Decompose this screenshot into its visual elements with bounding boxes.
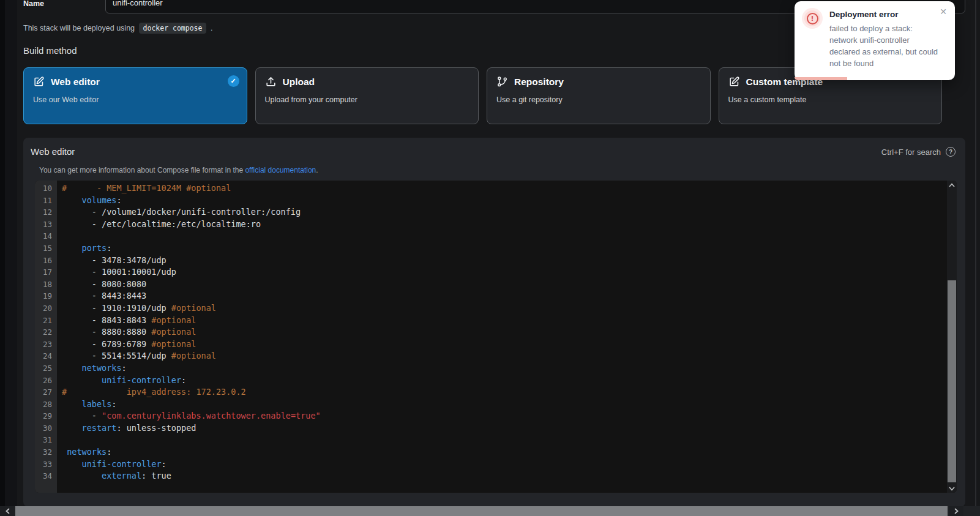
code-line-16: - 3478:3478/udp xyxy=(62,255,947,267)
build-method-heading: Build method xyxy=(23,45,77,56)
compose-info-prefix: You can get more information about Compo… xyxy=(39,166,245,174)
line-number: 29 xyxy=(35,410,57,422)
code-line-21: - 8843:8843 #optional xyxy=(62,315,947,327)
code-line-25: networks: xyxy=(62,362,947,375)
line-number: 18 xyxy=(35,279,57,291)
editor-vertical-scrollbar[interactable] xyxy=(947,181,957,493)
code-line-19: - 8443:8443 xyxy=(62,290,947,302)
code-line-31 xyxy=(62,434,947,446)
scroll-left-arrow-icon[interactable] xyxy=(0,506,15,516)
official-documentation-link[interactable]: official documentation xyxy=(245,166,316,174)
line-number: 23 xyxy=(35,338,57,351)
scroll-right-arrow-icon[interactable] xyxy=(949,506,963,516)
line-number: 14 xyxy=(35,230,57,242)
card-description: Use a git repository xyxy=(496,95,701,104)
name-field-label: Name xyxy=(23,0,44,8)
line-number: 26 xyxy=(35,375,57,387)
card-title: Upload xyxy=(283,77,315,88)
line-number: 25 xyxy=(35,362,57,375)
web-editor-title: Web editor xyxy=(31,146,75,157)
error-icon-halo-inner: ! xyxy=(804,10,820,26)
editor-line-number-gutter: 1011121314151617181920212223242526272829… xyxy=(35,181,57,493)
git-branch-icon xyxy=(496,76,508,88)
toast-close-icon[interactable]: ✕ xyxy=(940,7,947,17)
code-line-22: - 8880:8880 #optional xyxy=(62,326,947,338)
scroll-down-arrow-icon[interactable] xyxy=(947,484,957,493)
build-method-card-upload[interactable]: UploadUpload from your computer xyxy=(255,67,479,124)
card-description: Upload from your computer xyxy=(265,95,469,104)
scroll-up-arrow-icon[interactable] xyxy=(947,181,957,189)
error-icon-halo: ! xyxy=(802,8,823,29)
toast-message-line: failed to deploy a stack: xyxy=(829,23,943,34)
help-question-icon[interactable]: ? xyxy=(946,147,956,157)
build-method-card-repository[interactable]: RepositoryUse a git repository xyxy=(487,67,711,124)
error-exclamation-icon: ! xyxy=(807,13,818,24)
code-line-15: ports: xyxy=(62,242,947,255)
line-number: 16 xyxy=(35,255,57,267)
toast-timer-bar xyxy=(795,77,847,80)
code-line-28: labels: xyxy=(62,398,947,411)
toast-message-line: declared as external, but could xyxy=(829,46,943,58)
toast-message: failed to deploy a stack:network unifi-c… xyxy=(829,23,943,69)
line-number: 12 xyxy=(35,206,57,219)
code-line-32: networks: xyxy=(62,446,947,458)
card-description: Use a custom template xyxy=(728,95,933,104)
code-line-23: - 6789:6789 #optional xyxy=(62,338,947,351)
vertical-scrollbar-thumb[interactable] xyxy=(948,280,956,482)
line-number: 24 xyxy=(35,350,57,362)
code-line-11: volumes: xyxy=(62,195,947,207)
line-number: 30 xyxy=(35,422,57,435)
page-horizontal-scrollbar[interactable] xyxy=(0,506,980,516)
line-number: 28 xyxy=(35,398,57,411)
build-method-card-web-editor[interactable]: Web editor✓Use our Web editor xyxy=(23,67,247,124)
line-number: 11 xyxy=(35,195,57,207)
line-number: 22 xyxy=(35,326,57,338)
horizontal-scrollbar-thumb[interactable] xyxy=(15,506,948,516)
code-line-26: unifi-controller: xyxy=(62,375,947,387)
toast-title: Deployment error xyxy=(829,10,899,19)
line-number: 17 xyxy=(35,266,57,279)
code-line-27: # ipv4_address: 172.23.0.2 xyxy=(62,386,947,398)
line-number: 13 xyxy=(35,219,57,231)
line-number: 10 xyxy=(35,182,57,195)
code-line-20: - 1910:1910/udp #optional xyxy=(62,302,947,315)
line-number: 20 xyxy=(35,302,57,315)
deploy-note-prefix: This stack will be deployed using xyxy=(23,24,135,32)
toast-message-line: not be found xyxy=(829,58,943,69)
deployment-error-toast: ! Deployment error failed to deploy a st… xyxy=(795,1,955,80)
toast-message-line: network unifi-controller xyxy=(829,34,943,46)
docker-compose-chip: docker compose xyxy=(139,23,207,34)
line-number: 21 xyxy=(35,315,57,327)
code-line-29: - "com.centurylinklabs.watchtower.enable… xyxy=(62,410,947,422)
code-line-13: - /etc/localtime:/etc/localtime:ro xyxy=(62,219,947,231)
code-line-12: - /volume1/docker/unifi-controller:/conf… xyxy=(62,206,947,219)
page-left-gutter xyxy=(5,0,17,516)
card-description: Use our Web editor xyxy=(33,95,238,104)
card-title: Repository xyxy=(514,77,564,88)
compose-info-text: You can get more information about Compo… xyxy=(39,166,318,174)
upload-icon xyxy=(265,76,277,88)
line-number: 33 xyxy=(35,458,57,471)
code-line-24: - 5514:5514/udp #optional xyxy=(62,350,947,362)
line-number: 34 xyxy=(35,470,57,482)
line-number: 19 xyxy=(35,290,57,302)
code-line-14 xyxy=(62,230,947,242)
pencil-square-icon xyxy=(728,76,740,88)
editor-code-area[interactable]: # - MEM_LIMIT=1024M #optional volumes: -… xyxy=(57,181,947,493)
code-line-10: # - MEM_LIMIT=1024M #optional xyxy=(62,182,947,195)
deploy-note: This stack will be deployed using docker… xyxy=(23,23,212,34)
line-number: 32 xyxy=(35,446,57,458)
code-line-18: - 8080:8080 xyxy=(62,279,947,291)
code-line-17: - 10001:10001/udp xyxy=(62,266,947,279)
deploy-note-suffix: . xyxy=(211,24,212,32)
code-line-30: restart: unless-stopped xyxy=(62,422,947,435)
selected-check-icon: ✓ xyxy=(228,75,239,87)
compose-code-editor[interactable]: 1011121314151617181920212223242526272829… xyxy=(35,181,957,493)
card-title: Web editor xyxy=(51,77,100,88)
code-line-33: unifi-controller: xyxy=(62,458,947,471)
pencil-square-icon xyxy=(33,76,45,88)
search-hint: Ctrl+F for search ? xyxy=(881,147,956,157)
line-number: 31 xyxy=(35,434,57,446)
compose-info-suffix: . xyxy=(316,166,318,174)
search-hint-label: Ctrl+F for search xyxy=(881,148,941,157)
